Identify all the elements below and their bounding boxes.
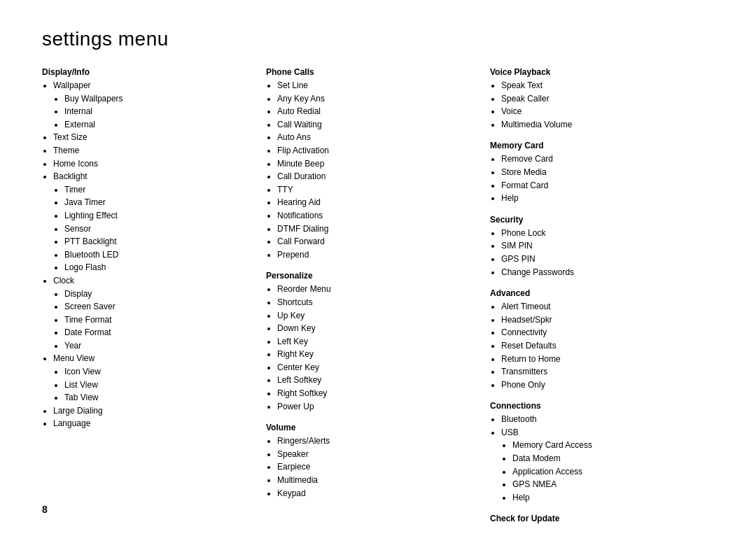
- list-item: Tab View: [64, 391, 259, 404]
- column-2: Voice PlaybackSpeak TextSpeak CallerVoic…: [490, 67, 714, 533]
- list-item: ClockDisplayScreen SaverTime FormatDate …: [53, 274, 259, 353]
- list-item: Memory Card Access: [512, 439, 707, 452]
- section-list-voice-playback: Speak TextSpeak CallerVoiceMultimedia Vo…: [490, 79, 707, 131]
- list-item: Help: [501, 192, 707, 205]
- list-item: Speaker: [277, 448, 483, 461]
- list-item: Right Key: [277, 348, 483, 361]
- list-item: Keypad: [277, 487, 483, 500]
- column-0: Display/InfoWallpaperBuy WallpapersInter…: [42, 67, 266, 440]
- section-volume: VolumeRingers/AlertsSpeakerEarpieceMulti…: [266, 423, 483, 500]
- list-item: Prepend: [277, 248, 483, 262]
- section-list-security: Phone LockSIM PINGPS PINChange Passwords: [490, 227, 707, 278]
- section-memory-card: Memory CardRemove CardStore MediaFormat …: [490, 141, 707, 204]
- list-item: Speak Text: [501, 79, 707, 92]
- list-item: Power Up: [277, 400, 483, 414]
- list-item: Headset/Spkr: [501, 313, 707, 327]
- section-list-phone-calls: Set LineAny Key AnsAuto RedialCall Waiti…: [266, 79, 483, 261]
- list-item: Center Key: [277, 361, 483, 374]
- list-item: Reorder Menu: [277, 283, 483, 296]
- list-item: Voice: [501, 105, 707, 118]
- sub-list: TimerJava TimerLighting EffectSensorPTT …: [53, 183, 259, 274]
- list-item: Notifications: [277, 209, 483, 223]
- section-title-volume: Volume: [266, 423, 483, 432]
- list-item: Ringers/Alerts: [277, 435, 483, 448]
- section-personalize: PersonalizeReorder MenuShortcutsUp KeyDo…: [266, 271, 483, 413]
- list-item: Menu ViewIcon ViewList ViewTab View: [53, 352, 259, 404]
- section-list-memory-card: Remove CardStore MediaFormat CardHelp: [490, 153, 707, 204]
- list-item: Up Key: [277, 309, 483, 323]
- list-item: Left Key: [277, 335, 483, 348]
- list-item: Transmitters: [501, 365, 707, 379]
- list-item: WallpaperBuy WallpapersInternalExternal: [53, 79, 259, 131]
- list-item: Format Card: [501, 179, 707, 192]
- list-item: Multimedia: [277, 474, 483, 487]
- list-item: Return to Home: [501, 353, 707, 366]
- list-item: GPS NMEA: [512, 478, 707, 491]
- section-display-info: Display/InfoWallpaperBuy WallpapersInter…: [42, 67, 259, 430]
- section-connections: ConnectionsBluetoothUSBMemory Card Acces…: [490, 401, 707, 504]
- list-item: Right Softkey: [277, 387, 483, 400]
- list-item: Large Dialing: [53, 404, 259, 418]
- list-item: PTT Backlight: [64, 235, 259, 248]
- list-item: Speak Caller: [501, 92, 707, 106]
- list-item: External: [64, 118, 259, 132]
- list-item: Display: [64, 288, 259, 301]
- list-item: Minute Beep: [277, 157, 483, 171]
- list-item: Sensor: [64, 223, 259, 236]
- list-item: Alert Timeout: [501, 300, 707, 313]
- list-item: Application Access: [512, 465, 707, 479]
- list-item: Timer: [64, 183, 259, 197]
- list-item: Change Passwords: [501, 266, 707, 279]
- list-item: Down Key: [277, 322, 483, 335]
- list-item: Help: [512, 491, 707, 505]
- list-item: SIM PIN: [501, 239, 707, 253]
- list-item: Left Softkey: [277, 374, 483, 387]
- list-item: Phone Only: [501, 379, 707, 392]
- list-item: TTY: [277, 183, 483, 197]
- list-item: Multimedia Volume: [501, 118, 707, 132]
- section-security: SecurityPhone LockSIM PINGPS PINChange P…: [490, 215, 707, 278]
- section-title-check-for-update: Check for Update: [490, 514, 707, 523]
- list-item: Text Size: [53, 131, 259, 144]
- section-title-memory-card: Memory Card: [490, 141, 707, 150]
- list-item: Lighting Effect: [64, 209, 259, 223]
- section-list-display-info: WallpaperBuy WallpapersInternalExternalT…: [42, 79, 259, 430]
- list-item: Data Modem: [512, 452, 707, 465]
- section-advanced: AdvancedAlert TimeoutHeadset/SpkrConnect…: [490, 288, 707, 391]
- section-title-display-info: Display/Info: [42, 67, 259, 77]
- list-item: Year: [64, 339, 259, 353]
- list-item: Bluetooth: [501, 413, 707, 426]
- section-list-personalize: Reorder MenuShortcutsUp KeyDown KeyLeft …: [266, 283, 483, 413]
- column-1: Phone CallsSet LineAny Key AnsAuto Redia…: [266, 67, 490, 509]
- section-title-phone-calls: Phone Calls: [266, 67, 483, 77]
- list-item: Phone Lock: [501, 227, 707, 240]
- list-item: GPS PIN: [501, 253, 707, 266]
- list-item: Buy Wallpapers: [64, 92, 259, 106]
- list-item: Hearing Aid: [277, 196, 483, 209]
- section-check-for-update: Check for Update: [490, 514, 707, 523]
- list-item: Auto Ans: [277, 131, 483, 144]
- list-item: List View: [64, 379, 259, 392]
- page-title: settings menu: [42, 28, 714, 50]
- list-item: Home Icons: [53, 157, 259, 171]
- section-list-connections: BluetoothUSBMemory Card AccessData Modem…: [490, 413, 707, 504]
- list-item: Set Line: [277, 79, 483, 92]
- list-item: Time Format: [64, 313, 259, 327]
- list-item: Any Key Ans: [277, 92, 483, 106]
- list-item: Flip Activation: [277, 144, 483, 157]
- list-item: Auto Redial: [277, 105, 483, 118]
- list-item: Screen Saver: [64, 300, 259, 313]
- section-title-personalize: Personalize: [266, 271, 483, 281]
- list-item: Call Duration: [277, 170, 483, 183]
- section-voice-playback: Voice PlaybackSpeak TextSpeak CallerVoic…: [490, 67, 707, 131]
- list-item: Shortcuts: [277, 296, 483, 309]
- list-item: Date Format: [64, 326, 259, 339]
- section-title-voice-playback: Voice Playback: [490, 67, 707, 77]
- list-item: Theme: [53, 144, 259, 157]
- sub-list: DisplayScreen SaverTime FormatDate Forma…: [53, 288, 259, 353]
- list-item: Logo Flash: [64, 261, 259, 274]
- list-item: Language: [53, 417, 259, 430]
- section-phone-calls: Phone CallsSet LineAny Key AnsAuto Redia…: [266, 67, 483, 261]
- sub-list: Memory Card AccessData ModemApplication …: [501, 439, 707, 504]
- page: settings menu Display/InfoWallpaperBuy W…: [0, 0, 756, 536]
